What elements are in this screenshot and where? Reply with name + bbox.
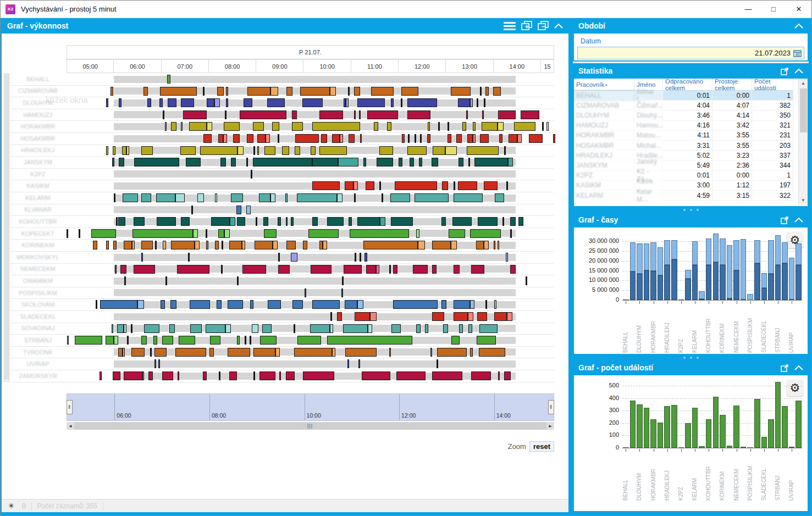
gantt-bar[interactable] [473, 134, 476, 143]
event-count-bar[interactable] [637, 404, 643, 448]
gantt-bar[interactable] [93, 241, 97, 249]
gantt-idle-tick[interactable] [355, 253, 356, 262]
table-cell[interactable]: 0:00 [712, 171, 752, 181]
gantt-bar[interactable] [364, 253, 367, 262]
gantt-bar[interactable] [366, 181, 374, 190]
gantt-bar[interactable] [466, 110, 468, 119]
gantt-bar[interactable] [510, 217, 516, 226]
gantt-bar[interactable] [498, 110, 516, 119]
gantt-bar[interactable] [349, 217, 351, 226]
gantt-bar[interactable] [123, 193, 138, 202]
gantt-bar[interactable] [141, 241, 153, 249]
gantt-bar[interactable] [332, 348, 335, 357]
table-cell[interactable]: 3:31 [663, 141, 712, 151]
gantt-bar[interactable] [220, 158, 226, 167]
gantt-bar[interactable] [264, 229, 277, 238]
gantt-bar[interactable] [217, 300, 222, 309]
scrollbar-grip-icon[interactable]: ||| [307, 423, 313, 429]
gantt-bar[interactable] [193, 229, 198, 238]
gantt-bar[interactable] [441, 217, 446, 226]
gantt-bar[interactable] [279, 371, 281, 380]
gantt-bar[interactable] [396, 371, 426, 380]
gantt-bar[interactable] [186, 158, 201, 167]
gantt-bar[interactable] [124, 241, 132, 249]
gantt-bar[interactable] [242, 241, 245, 249]
gantt-idle-tick[interactable] [480, 87, 482, 96]
gantt-bar[interactable] [207, 122, 212, 131]
table-cell[interactable]: 3:00 [663, 181, 712, 191]
gantt-idle-tick[interactable] [408, 134, 410, 143]
event-count-bar[interactable] [658, 423, 664, 448]
gantt-bar[interactable] [312, 181, 340, 190]
gantt-bar[interactable] [177, 265, 209, 274]
gantt-bar[interactable] [237, 146, 244, 155]
gantt-bar[interactable] [498, 122, 504, 131]
gantt-bar[interactable] [247, 134, 253, 143]
stacked-bar-dark[interactable] [796, 265, 802, 300]
gantt-bar[interactable] [214, 98, 219, 107]
gantt-bar[interactable] [410, 158, 414, 167]
gantt-bar[interactable] [122, 146, 126, 155]
stacked-bar-dark[interactable] [630, 271, 636, 300]
gantt-bar[interactable] [413, 265, 428, 274]
table-cell[interactable]: 3:15 [712, 191, 752, 201]
gantt-bar[interactable] [169, 324, 174, 333]
scroll-up-icon[interactable]: ▲ [799, 79, 808, 88]
gantt-bar[interactable] [458, 98, 470, 107]
gantt-bar[interactable] [153, 336, 157, 345]
stacked-bar-dark[interactable] [644, 270, 650, 300]
gantt-bar[interactable] [223, 134, 227, 143]
gantt-idle-tick[interactable] [348, 87, 350, 96]
gantt-bar[interactable] [518, 217, 523, 226]
gantt-idle-tick[interactable] [542, 122, 544, 131]
gantt-bar[interactable] [470, 300, 475, 309]
gantt-bar[interactable] [432, 312, 444, 321]
table-cell[interactable]: 203 [752, 141, 793, 151]
gantt-bar[interactable] [358, 359, 360, 368]
stacked-bar-light[interactable] [747, 294, 753, 299]
gantt-bar[interactable] [160, 87, 197, 96]
gantt-bar[interactable] [111, 87, 113, 96]
gantt-bar[interactable] [259, 371, 275, 380]
gantt-bar[interactable] [454, 312, 468, 321]
gantt-bar[interactable] [452, 217, 472, 226]
gantt-bar[interactable] [477, 312, 487, 321]
table-cell[interactable]: 321 [752, 121, 793, 131]
gantt-bar[interactable] [157, 217, 176, 226]
gantt-bar[interactable] [321, 134, 327, 143]
gantt-bar[interactable] [374, 122, 378, 131]
gantt-bar[interactable] [226, 87, 228, 96]
gantt-bar[interactable] [141, 193, 151, 202]
table-cell[interactable]: K2PZ [574, 171, 634, 181]
gantt-bar[interactable] [479, 324, 498, 333]
gantt-bar[interactable] [286, 87, 292, 96]
gantt-bar[interactable] [379, 146, 393, 155]
gantt-bar[interactable] [91, 229, 116, 238]
stacked-bar-dark[interactable] [761, 288, 767, 300]
gantt-idle-tick[interactable] [438, 122, 440, 131]
gantt-bar[interactable] [270, 193, 275, 202]
gantt-bar[interactable] [131, 348, 145, 357]
table-cell[interactable]: 4:16 [663, 121, 712, 131]
gantt-bar[interactable] [181, 122, 183, 131]
popout-icon[interactable] [781, 67, 789, 75]
gantt-bar[interactable] [468, 312, 473, 321]
table-cell[interactable]: 1:12 [712, 181, 752, 191]
gantt-bar[interactable] [115, 265, 117, 274]
gantt-bar[interactable] [471, 265, 484, 274]
gantt-bar[interactable] [292, 110, 297, 119]
gantt-bar[interactable] [478, 217, 498, 226]
stacked-bar-dark[interactable] [692, 265, 698, 300]
gantt-bar[interactable] [225, 324, 230, 333]
event-count-bar[interactable] [720, 415, 726, 448]
gantt-bar[interactable] [161, 300, 165, 309]
gantt-bar[interactable] [448, 134, 451, 143]
gantt-bar[interactable] [338, 158, 358, 167]
gantt-bar[interactable] [247, 87, 270, 96]
gantt-bar[interactable] [485, 87, 489, 96]
gantt-bar[interactable] [354, 87, 360, 96]
date-input[interactable]: 21.07.2023 [577, 47, 804, 59]
gantt-bar[interactable] [178, 371, 179, 380]
gantt-bar[interactable] [162, 336, 173, 345]
table-cell[interactable]: Michal... [634, 141, 663, 151]
